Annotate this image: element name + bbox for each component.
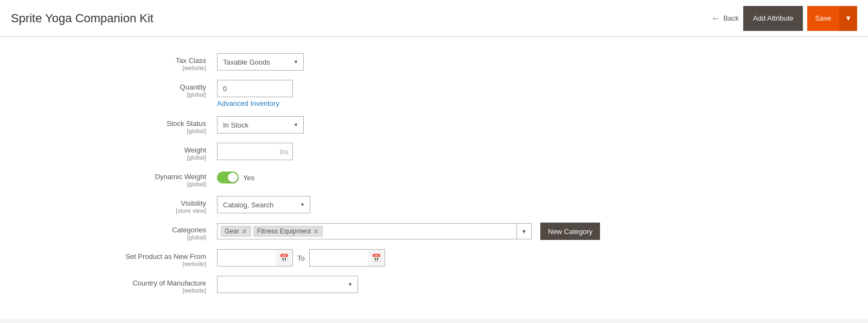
weight-unit: lbs <box>279 148 289 156</box>
categories-control: Gear ✕ Fitness Equipment ✕ ▼ New Categor… <box>217 223 846 240</box>
visibility-row: Visibility [store view] Catalog, Search … <box>0 196 868 214</box>
country-manufacture-select-wrapper: United States China Germany <box>217 276 358 293</box>
to-label: To <box>297 254 305 262</box>
header-actions: ← Back Add Attribute Save ▼ <box>711 6 857 31</box>
save-button-group: Save ▼ <box>807 6 857 31</box>
stock-status-control: In Stock Out of Stock <box>217 116 846 134</box>
dynamic-weight-toggle-wrap: Yes <box>217 169 846 183</box>
stock-status-row: Stock Status [global] In Stock Out of St… <box>0 116 868 134</box>
stock-status-select[interactable]: In Stock Out of Stock <box>217 116 304 134</box>
weight-control: lbs <box>217 143 846 160</box>
stock-status-select-wrapper: In Stock Out of Stock <box>217 116 304 134</box>
dynamic-weight-label: Dynamic Weight [global] <box>0 169 217 187</box>
new-to-date-wrap: 📅 <box>309 249 385 267</box>
quantity-row: Quantity [global] Advanced Inventory <box>0 80 868 107</box>
new-from-label: Set Product as New From [website] <box>0 249 217 267</box>
category-tag-gear-label: Gear <box>225 227 239 235</box>
save-button[interactable]: Save <box>807 6 839 31</box>
new-to-calendar-icon[interactable]: 📅 <box>368 249 385 267</box>
country-manufacture-select[interactable]: United States China Germany <box>217 276 358 293</box>
new-from-row: Set Product as New From [website] 📅 To 📅 <box>0 249 868 267</box>
dynamic-weight-row: Dynamic Weight [global] Yes <box>0 169 868 187</box>
dynamic-weight-control: Yes <box>217 169 846 183</box>
main-content: Tax Class [website] Taxable Goods None S… <box>0 37 868 319</box>
category-tag-gear-remove[interactable]: ✕ <box>241 228 247 235</box>
visibility-control: Catalog, Search Catalog Search Not Visib… <box>217 196 846 213</box>
country-manufacture-label: Country of Manufacture [website] <box>0 276 217 294</box>
country-manufacture-row: Country of Manufacture [website] United … <box>0 276 868 294</box>
new-from-control: 📅 To 📅 <box>217 249 846 267</box>
advanced-inventory-link[interactable]: Advanced Inventory <box>217 99 846 107</box>
tax-class-label: Tax Class [website] <box>0 53 217 71</box>
dynamic-weight-toggle[interactable] <box>217 172 239 183</box>
weight-label: Weight [global] <box>0 143 217 161</box>
categories-label: Categories [global] <box>0 223 217 240</box>
weight-input-wrap: lbs <box>217 143 293 160</box>
add-attribute-button[interactable]: Add Attribute <box>743 6 803 31</box>
category-tag-fitness: Fitness Equipment ✕ <box>253 226 323 237</box>
quantity-control: Advanced Inventory <box>217 80 846 107</box>
categories-dropdown-button[interactable]: ▼ <box>516 224 531 239</box>
category-tag-gear: Gear ✕ <box>221 226 251 237</box>
visibility-select-wrapper: Catalog, Search Catalog Search Not Visib… <box>217 196 310 213</box>
visibility-label: Visibility [store view] <box>0 196 217 214</box>
tax-class-select-wrapper: Taxable Goods None Shipping <box>217 53 304 71</box>
new-from-calendar-icon[interactable]: 📅 <box>276 249 293 267</box>
tax-class-row: Tax Class [website] Taxable Goods None S… <box>0 53 868 71</box>
save-dropdown-button[interactable]: ▼ <box>839 6 857 31</box>
back-button[interactable]: ← Back <box>711 14 739 23</box>
new-category-button[interactable]: New Category <box>540 223 600 240</box>
date-range-wrap: 📅 To 📅 <box>217 249 846 267</box>
category-tag-fitness-label: Fitness Equipment <box>257 227 311 235</box>
page-title: Sprite Yoga Companion Kit <box>11 11 154 26</box>
quantity-label: Quantity [global] <box>0 80 217 98</box>
weight-row: Weight [global] lbs <box>0 143 868 161</box>
quantity-input[interactable] <box>217 80 293 97</box>
back-arrow-icon: ← <box>711 14 720 23</box>
categories-tags: Gear ✕ Fitness Equipment ✕ <box>218 224 516 239</box>
country-manufacture-control: United States China Germany <box>217 276 846 293</box>
new-from-date-wrap: 📅 <box>217 249 293 267</box>
stock-status-label: Stock Status [global] <box>0 116 217 134</box>
visibility-select[interactable]: Catalog, Search Catalog Search Not Visib… <box>217 196 310 213</box>
tax-class-control: Taxable Goods None Shipping <box>217 53 846 71</box>
dynamic-weight-value: Yes <box>243 174 254 182</box>
category-tag-fitness-remove[interactable]: ✕ <box>313 228 319 235</box>
categories-field: Gear ✕ Fitness Equipment ✕ ▼ <box>217 223 532 239</box>
tax-class-select[interactable]: Taxable Goods None Shipping <box>217 53 304 71</box>
page-header: Sprite Yoga Companion Kit ← Back Add Att… <box>0 0 868 37</box>
categories-row: Categories [global] Gear ✕ Fitness Equip… <box>0 223 868 240</box>
back-label: Back <box>723 14 739 22</box>
